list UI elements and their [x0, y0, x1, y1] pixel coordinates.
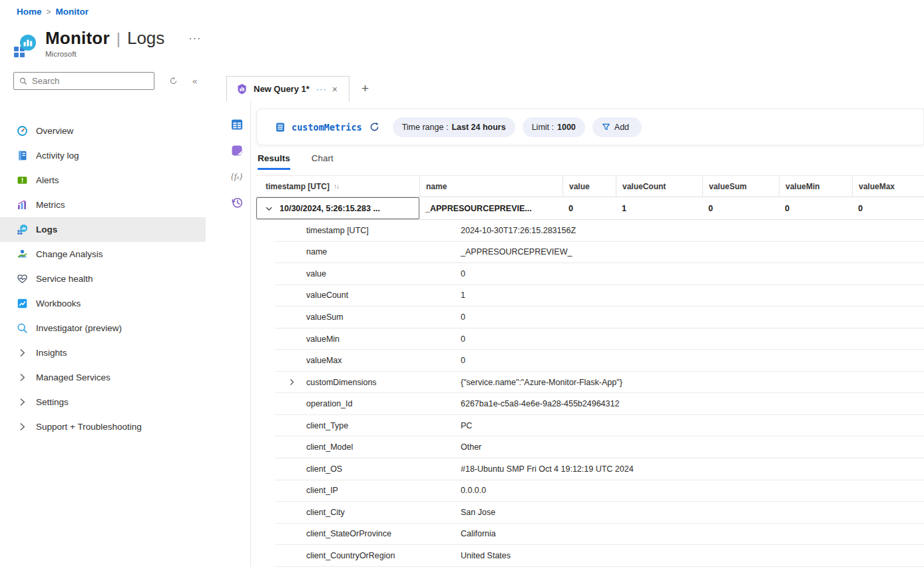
example-queries-icon[interactable] — [230, 143, 244, 158]
sidebar-refresh-icon[interactable] — [169, 77, 178, 85]
detail-row-value[interactable]: value 0 — [275, 263, 924, 285]
row-value: 0 — [563, 197, 616, 219]
metrics-icon — [17, 199, 28, 211]
breadcrumb-home[interactable]: Home — [17, 7, 42, 17]
sidebar-item-alerts[interactable]: Alerts — [0, 168, 206, 193]
title-divider: | — [116, 29, 120, 48]
investigator-icon — [17, 322, 28, 334]
detail-row-client-ip[interactable]: client_IP 0.0.0.0 — [275, 480, 924, 502]
query-pills: Time range : Last 24 hours Limit : 1000 … — [385, 117, 642, 137]
main-panel: New Query 1* ··· × + {fx} customMetrics — [223, 72, 924, 567]
query-tab-label: New Query 1* — [254, 84, 310, 94]
functions-icon[interactable]: {fx} — [230, 169, 244, 184]
sidebar-item-logs[interactable]: Logs — [0, 217, 206, 242]
sidebar-item-support-troubleshooting[interactable]: Support + Troubleshooting — [0, 414, 206, 439]
breadcrumb-monitor[interactable]: Monitor — [56, 7, 89, 17]
org-label: Microsoft — [45, 50, 201, 58]
detail-row-valuecount[interactable]: valueCount 1 — [275, 285, 924, 307]
pill-limit[interactable]: Limit : 1000 — [523, 117, 585, 137]
grid-header: timestamp [UTC] ↑↓ name value valueCount… — [256, 175, 924, 197]
search-box[interactable] — [13, 72, 154, 90]
row-name: _APPRESOURCEPREVIE... — [419, 197, 563, 219]
alerts-icon — [17, 175, 28, 186]
sidebar-item-change-analysis[interactable]: Change Analysis — [0, 242, 206, 267]
detail-row-customdimensions[interactable]: customDimensions {"service.name":"Azure-… — [275, 372, 924, 394]
query-tab[interactable]: New Query 1* ··· × — [226, 76, 349, 101]
chevron-down-icon[interactable] — [264, 204, 274, 213]
pill-add[interactable]: Add — [592, 117, 642, 137]
search-input[interactable] — [32, 76, 148, 86]
column-header-valuemax[interactable]: valueMax — [852, 176, 924, 197]
detail-row-client-model[interactable]: client_Model Other — [275, 436, 924, 458]
sidebar-item-activity-log[interactable]: Activity log — [0, 143, 206, 168]
more-options-icon[interactable]: ··· — [188, 33, 201, 45]
chevron-right-icon — [17, 372, 28, 383]
detail-row-timestamp-utc[interactable]: timestamp [UTC] 2024-10-30T17:26:15.2831… — [275, 220, 924, 242]
page-subtitle: Logs — [127, 28, 164, 49]
activity-log-icon — [17, 150, 28, 161]
tab-strip: New Query 1* ··· × + — [223, 72, 924, 101]
tab-more-icon[interactable]: ··· — [316, 84, 327, 94]
column-header-timestamp-utc[interactable]: timestamp [UTC] ↑↓ — [256, 176, 419, 197]
sidebar-item-investigator-preview[interactable]: Investigator (preview) — [0, 316, 206, 340]
search-icon — [19, 77, 27, 85]
column-header-valuecount[interactable]: valueCount — [616, 176, 702, 197]
query-history-icon[interactable] — [230, 195, 244, 210]
detail-row-client-countryorregion[interactable]: client_CountryOrRegion United States — [275, 545, 924, 567]
result-row[interactable]: 10/30/2024, 5:26:15.283 ... _APPRESOURCE… — [256, 197, 924, 220]
detail-row-valuemin[interactable]: valueMin 0 — [275, 328, 924, 350]
sidebar-item-service-health[interactable]: Service health — [0, 267, 206, 291]
azure-monitor-logs-page: Home > Monitor Monitor | Logs ··· Micros… — [0, 0, 924, 567]
column-header-valuemin[interactable]: valueMin — [779, 176, 852, 197]
page-header: Monitor | Logs ··· Microsoft — [12, 28, 201, 59]
sidebar-collapse-icon[interactable]: « — [192, 76, 197, 86]
sidebar-item-metrics[interactable]: Metrics — [0, 193, 206, 217]
tables-pane-icon[interactable] — [230, 117, 244, 132]
sidebar-item-managed-services[interactable]: Managed Services — [0, 365, 206, 390]
detail-row-valuesum[interactable]: valueSum 0 — [275, 306, 924, 328]
chevron-right-icon[interactable] — [288, 378, 296, 386]
change-analysis-icon — [17, 249, 28, 260]
tab-chart[interactable]: Chart — [312, 153, 334, 170]
sidebar-nav: Overview Activity log Alerts Metrics Log… — [0, 119, 213, 439]
tab-close-icon[interactable]: × — [332, 84, 338, 95]
column-header-value[interactable]: value — [563, 176, 616, 197]
sidebar-item-insights[interactable]: Insights — [0, 340, 206, 365]
detail-row-client-city[interactable]: client_City San Jose — [275, 502, 924, 524]
monitor-app-icon — [12, 33, 37, 59]
sidebar-item-workbooks[interactable]: Workbooks — [0, 291, 206, 316]
query-table-name[interactable]: customMetrics — [292, 122, 362, 133]
chevron-right-icon — [17, 347, 28, 358]
result-tabs: Results Chart — [258, 153, 334, 170]
column-header-valuesum[interactable]: valueSum — [702, 176, 779, 197]
column-header-name[interactable]: name — [419, 176, 563, 197]
row-valuemin: 0 — [779, 197, 852, 219]
chevron-right-icon — [17, 421, 28, 432]
detail-row-operation-id[interactable]: operation_Id 6267ba1e-c5a8-4e6e-9a28-455… — [275, 393, 924, 415]
detail-row-client-type[interactable]: client_Type PC — [275, 415, 924, 437]
workbooks-icon — [17, 298, 28, 309]
detail-row-client-os[interactable]: client_OS #18-Ubuntu SMP Fri Oct 4 19:12… — [275, 458, 924, 480]
overview-icon — [17, 125, 28, 137]
detail-row-client-stateorprovince[interactable]: client_StateOrProvince California — [275, 524, 924, 546]
sidebar-item-settings[interactable]: Settings — [0, 390, 206, 414]
row-valuecount: 1 — [616, 197, 702, 219]
service-health-icon — [17, 273, 28, 284]
row-valuesum: 0 — [702, 197, 779, 219]
new-tab-button[interactable]: + — [361, 81, 369, 96]
row-timestamp: 10/30/2024, 5:26:15.283 ... — [280, 204, 380, 213]
sort-indicator-icon[interactable]: ↑↓ — [334, 183, 339, 190]
filter-icon — [602, 123, 614, 131]
logs-icon — [17, 224, 28, 235]
row-valuemax: 0 — [852, 197, 924, 219]
detail-row-valuemax[interactable]: valueMax 0 — [275, 350, 924, 372]
tab-results[interactable]: Results — [258, 153, 290, 170]
pill-time-range[interactable]: Time range : Last 24 hours — [393, 117, 515, 137]
query-side-toolbar: {fx} — [223, 101, 251, 567]
detail-row-name[interactable]: name _APPRESOURCEPREVIEW_ — [275, 242, 924, 264]
chevron-right-icon — [17, 396, 28, 408]
sidebar-item-overview[interactable]: Overview — [0, 119, 206, 143]
page-title: Monitor — [45, 28, 110, 49]
sidebar: « Overview Activity log Alerts Metrics L… — [0, 72, 213, 567]
refresh-run-icon[interactable] — [369, 122, 379, 132]
